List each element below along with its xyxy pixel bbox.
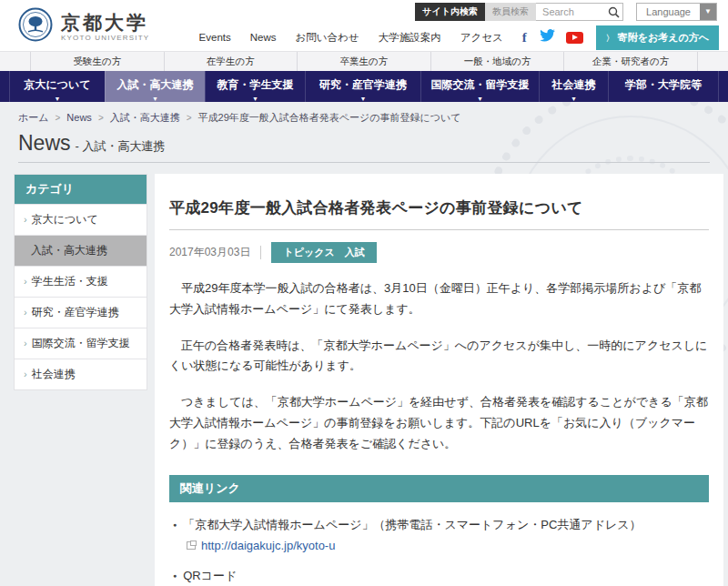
main-nav-education[interactable]: 教育・学生支援▼ xyxy=(205,71,305,102)
audience-nav-alumni[interactable]: 卒業生の方 xyxy=(297,52,430,71)
twitter-icon[interactable] xyxy=(540,29,555,45)
bullet-icon: ● xyxy=(173,517,177,533)
main-nav-about[interactable]: 京大について▼ xyxy=(9,71,105,102)
angle-right-icon: › xyxy=(24,338,27,349)
page-title-sub: - 入試・高大連携 xyxy=(76,139,166,153)
article-date: 2017年03月03日 xyxy=(169,245,250,260)
breadcrumb: ホーム>News>入試・高大連携>平成29年度一般入試合格者発表ページの事前登録… xyxy=(0,102,728,129)
chevron-down-icon: ▼ xyxy=(10,96,105,102)
breadcrumb-current: 平成29年度一般入試合格者発表ページの事前登録について xyxy=(198,112,461,123)
site-search-tab[interactable]: サイト内検索 xyxy=(415,3,485,21)
breadcrumb-admissions[interactable]: 入試・高大連携 xyxy=(110,112,180,123)
search-area: サイト内検索 教員検索 Language ▼ xyxy=(415,3,717,21)
sidebar-item-international[interactable]: ›国際交流・留学支援 xyxy=(15,328,147,359)
chevron-down-icon: ▼ xyxy=(206,96,305,102)
chevron-down-icon: ▼ xyxy=(106,96,205,102)
utility-nav: Events News お問い合わせ 大学施設案内 アクセス f 〉寄附をお考え… xyxy=(199,26,719,48)
related-links-heading: 関連リンク xyxy=(169,475,709,502)
main-nav-research[interactable]: 研究・産官学連携▼ xyxy=(305,71,420,102)
admissions-site-link[interactable]: http://daigakujc.jp/kyoto-u xyxy=(201,539,335,552)
audience-nav-current-students[interactable]: 在学生の方 xyxy=(164,52,298,71)
nav-link-news[interactable]: News xyxy=(250,32,277,43)
angle-right-icon: 〉 xyxy=(606,34,614,43)
page-title: News- 入試・高大連携 xyxy=(18,131,710,163)
nav-link-facilities[interactable]: 大学施設案内 xyxy=(379,31,441,45)
page-title-main: News xyxy=(18,131,71,155)
article-category-badge[interactable]: トピックス 入試 xyxy=(271,242,376,263)
article-title: 平成29年度一般入試合格者発表ページの事前登録について xyxy=(169,197,709,230)
angle-right-icon: › xyxy=(24,276,27,287)
sidebar-title: カテゴリ xyxy=(15,175,147,204)
main-nav-admissions[interactable]: 入試・高大連携▼ xyxy=(105,71,205,102)
angle-right-icon: › xyxy=(24,307,27,318)
main-nav: 京大について▼ 入試・高大連携▼ 教育・学生支援▼ 研究・産官学連携▼ 国際交流… xyxy=(0,71,728,102)
audience-nav-public[interactable]: 一般・地域の方 xyxy=(430,52,564,71)
language-select[interactable]: Language ▼ xyxy=(636,3,717,21)
university-logo[interactable]: 京都大学 KYOTO UNIVERSITY xyxy=(18,7,149,45)
nav-link-contact[interactable]: お問い合わせ xyxy=(296,31,359,45)
related-link-item: ● 「京都大学入試情報ホームページ」（携帯電話・スマートフォン・PC共通アドレス… xyxy=(173,517,709,533)
chevron-down-icon: ▼ xyxy=(700,4,716,20)
main-nav-community[interactable]: 社会連携▼ xyxy=(539,71,608,102)
sidebar-item-about[interactable]: ›京大について xyxy=(15,204,147,235)
chevron-down-icon: ▼ xyxy=(421,96,539,102)
bullet-icon: ● xyxy=(173,568,177,584)
header: 京都大学 KYOTO UNIVERSITY サイト内検索 教員検索 Langua… xyxy=(0,0,728,51)
chevron-down-icon: ▼ xyxy=(540,96,608,102)
logo-jp-text: 京都大学 xyxy=(61,12,149,34)
search-icon[interactable] xyxy=(608,5,620,22)
donate-button[interactable]: 〉寄附をお考えの方へ xyxy=(596,25,719,50)
chevron-down-icon: ▼ xyxy=(306,96,420,102)
language-label: Language xyxy=(637,4,700,20)
staff-search-tab[interactable]: 教員検索 xyxy=(485,3,536,21)
breadcrumb-home[interactable]: ホーム xyxy=(18,112,49,123)
logo-en-text: KYOTO UNIVERSITY xyxy=(61,34,149,42)
university-emblem-icon xyxy=(18,7,53,45)
article-paragraph: 正午の合格者発表時は、「京都大学ホームページ」へのアクセスが集中し、一時的にアク… xyxy=(169,336,709,378)
main-nav-faculties[interactable]: 学部・大学院等 xyxy=(608,71,719,102)
nav-link-events[interactable]: Events xyxy=(199,32,231,43)
audience-nav-business[interactable]: 企業・研究者の方 xyxy=(563,52,698,71)
sidebar-item-admissions[interactable]: 入試・高大連携 xyxy=(15,235,147,266)
category-sidebar: カテゴリ ›京大について 入試・高大連携 ›学生生活・支援 ›研究・産官学連携 … xyxy=(14,174,147,390)
breadcrumb-news[interactable]: News xyxy=(66,112,92,123)
article-card: 平成29年度一般入試合格者発表ページの事前登録について 2017年03月03日 … xyxy=(155,174,723,586)
audience-nav-prospective[interactable]: 受験生の方 xyxy=(30,52,164,71)
article-paragraph: つきましては、「京都大学ホームページ」を経由せず、合格者発表を確認することができ… xyxy=(169,392,709,454)
main-nav-international[interactable]: 国際交流・留学支援▼ xyxy=(420,71,539,102)
nav-link-access[interactable]: アクセス xyxy=(460,31,503,45)
youtube-icon[interactable] xyxy=(566,32,583,44)
external-link-icon xyxy=(187,541,196,550)
audience-nav: 受験生の方 在学生の方 卒業生の方 一般・地域の方 企業・研究者の方 xyxy=(0,51,728,71)
sidebar-item-student-life[interactable]: ›学生生活・支援 xyxy=(15,266,147,297)
qr-label-item: ● QRコード xyxy=(173,568,709,584)
article-paragraph: 平成29年度本学一般入試の合格者は、3月10日（金曜日）正午より、各学部掲示場所… xyxy=(169,278,709,320)
facebook-icon[interactable]: f xyxy=(522,30,527,45)
angle-right-icon: › xyxy=(24,369,27,379)
angle-right-icon: › xyxy=(24,214,27,225)
sidebar-item-community[interactable]: ›社会連携 xyxy=(15,359,147,389)
sidebar-item-research[interactable]: ›研究・産官学連携 xyxy=(15,297,147,328)
